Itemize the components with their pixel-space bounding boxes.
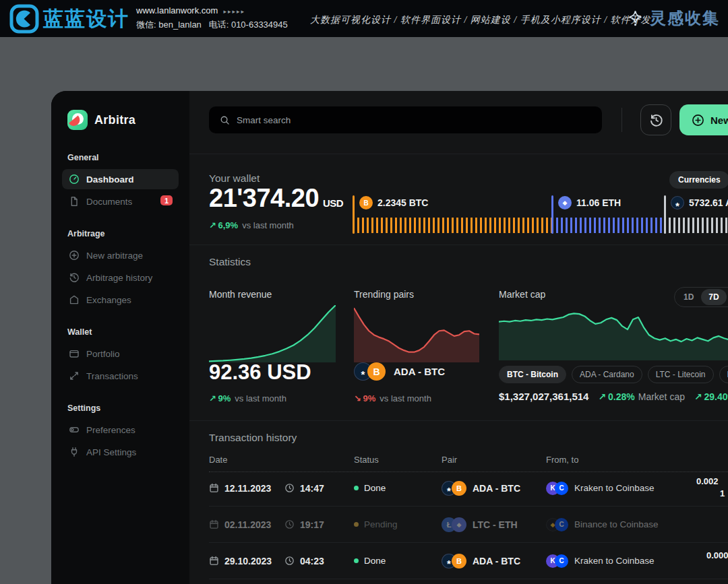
trending-pairs-chart: [354, 305, 479, 362]
sidebar-item-label: Transactions: [86, 371, 138, 381]
wallet-icon: [69, 348, 80, 359]
nav-section-label: Wallet: [67, 327, 179, 337]
table-row[interactable]: 02.11.202319:17PendingŁ◆LTC - ETH◆CBinan…: [209, 507, 728, 543]
clock-rotate-icon: [649, 113, 663, 127]
sidebar-item-api-settings[interactable]: API Settings: [62, 442, 179, 462]
sidebar-item-dashboard[interactable]: Dashboard: [62, 169, 179, 189]
status-badge: Done: [354, 556, 442, 566]
range-1d[interactable]: 1D: [676, 289, 701, 305]
arrows-icon: [69, 370, 80, 381]
tx-time: 04:23: [300, 556, 324, 566]
sidebar-item-new-arbitrage[interactable]: New arbitrage: [62, 245, 179, 265]
tx-pair: Ł◆LTC - ETH: [442, 517, 546, 532]
btc-coin-icon: B: [359, 196, 373, 209]
sidebar: Arbitra GeneralDashboardDocuments1Arbitr…: [51, 91, 189, 584]
search-bar[interactable]: [209, 106, 602, 133]
document-icon: [69, 196, 80, 207]
sidebar-item-portfolio[interactable]: Portfolio: [62, 344, 179, 364]
sidebar-item-label: API Settings: [86, 447, 136, 457]
tx-date: 29.10.2023: [224, 556, 272, 566]
new-arbitrage-button[interactable]: New arbitrage: [679, 104, 728, 135]
coinbase-coin-icon: C: [555, 554, 568, 568]
btc-coin-icon: B: [452, 554, 466, 569]
history-button[interactable]: [640, 104, 671, 135]
segment-marker: [664, 195, 666, 234]
pair-pill-ada[interactable]: ADA - Cardano: [572, 366, 642, 383]
tx-date: 12.11.2023: [224, 483, 271, 494]
tx-time: 14:47: [300, 483, 324, 494]
wallet-tab-currencies[interactable]: Currencies: [669, 171, 728, 189]
sidebar-item-label: Preferences: [86, 425, 135, 435]
segment-ticks: [669, 218, 728, 233]
market-cap-chart: [499, 305, 728, 360]
pair-coin-icons: *B: [354, 362, 386, 381]
sidebar-item-preferences[interactable]: Preferences: [62, 420, 179, 440]
sidebar-nav: GeneralDashboardDocuments1ArbitrageNew a…: [51, 153, 189, 462]
range-7d[interactable]: 7D: [701, 289, 726, 305]
calendar-icon: [209, 556, 219, 566]
sidebar-item-label: Portfolio: [86, 349, 120, 359]
pair-pill-btc[interactable]: BTC - Bitcoin: [499, 366, 566, 383]
bank-icon: [69, 294, 80, 305]
col-from-to: From, to: [546, 455, 728, 465]
market-cap-stats: $1,327,027,361,514 ↗ 0.28%Market cap ↗ 2…: [499, 391, 728, 402]
btc-coin-icon: B: [452, 481, 466, 496]
tx-pair: *BADA - BTC: [442, 554, 546, 569]
banner-collect: 灵感收集: [626, 7, 720, 29]
market-cap-change: ↗ 0.28%Market cap: [598, 391, 685, 402]
col-pair: Pair: [442, 455, 546, 465]
sidebar-item-exchanges[interactable]: Exchanges: [62, 290, 179, 310]
holding-segment-eth: ◆11.06 ETH: [551, 195, 664, 234]
clock-icon: [284, 519, 295, 529]
eth-coin-icon: ◆: [558, 196, 572, 209]
arrows-icon: ▸▸▸▸▸: [223, 8, 245, 15]
tx-pair: *BADA - BTC: [442, 481, 546, 496]
sidebar-item-arbitrage-history[interactable]: Arbitrage history: [62, 267, 179, 288]
status-dot-icon: [354, 558, 359, 563]
app-name: Arbitra: [94, 113, 135, 127]
status-badge: Done: [354, 483, 442, 493]
lanlan-logo-icon: [9, 4, 39, 34]
screen: 蓝蓝设计 www.lanlanwork.com▸▸▸▸▸ 微信: ben_lan…: [0, 0, 728, 584]
section-divider: [189, 420, 728, 421]
status-badge: Pending: [354, 519, 442, 529]
arbitra-window: Arbitra GeneralDashboardDocuments1Arbitr…: [51, 91, 728, 584]
arbitra-logo-icon: [67, 110, 88, 130]
month-revenue-label: Month revenue: [209, 289, 272, 300]
pair-pill-eth[interactable]: ETH - Ethereum: [719, 366, 728, 383]
month-revenue-delta: ↗ 9%vs last month: [209, 393, 286, 403]
section-divider: [189, 245, 728, 245]
pair-pill-ltc[interactable]: LTC - Litecoin: [648, 366, 714, 383]
nav-section-label: General: [67, 153, 179, 162]
sidebar-item-label: Exchanges: [86, 295, 131, 305]
topbar-divider: [621, 108, 622, 132]
holding-segment-ada: *5732.61 ADA: [664, 195, 728, 234]
table-row[interactable]: 29.10.202304:23Done*BADA - BTCKCKraken t…: [209, 543, 728, 579]
plus-circle-icon: [692, 114, 704, 127]
col-date: Date: [209, 455, 354, 465]
toggle-icon: [69, 424, 80, 435]
notification-badge: 1: [160, 195, 173, 205]
amount-cell: 0.002: [696, 476, 719, 486]
holding-segment-btc: B2.2345 BTC: [353, 195, 551, 234]
dashboard-icon: [69, 174, 80, 185]
sparkle-star-icon: [626, 9, 644, 28]
sidebar-item-label: Dashboard: [86, 174, 134, 185]
section-divider: [189, 154, 728, 154]
coinbase-coin-icon: C: [555, 482, 568, 495]
holding-amount: 2.2345 BTC: [377, 197, 428, 208]
eth-coin-icon: ◆: [452, 517, 466, 532]
search-input[interactable]: [237, 115, 591, 125]
table-body: 12.11.202314:47Done*BADA - BTCKCKraken t…: [209, 470, 728, 579]
table-row[interactable]: 12.11.202314:47Done*BADA - BTCKCKraken t…: [209, 470, 728, 507]
status-dot-icon: [354, 522, 359, 527]
sidebar-item-transactions[interactable]: Transactions: [62, 366, 179, 386]
banner-brand: 蓝蓝设计: [43, 5, 129, 33]
wallet-tabs: CurrenciesExchanges: [669, 171, 728, 189]
segment-marker: [353, 195, 355, 234]
wallet-delta: ↗ 6,9%vs last month: [209, 220, 294, 230]
main-content: New arbitrage Your wallet CurrenciesExch…: [189, 91, 728, 584]
sidebar-item-documents[interactable]: Documents1: [62, 191, 179, 212]
col-status: Status: [354, 455, 442, 465]
month-revenue-value: 92.36 USD: [209, 360, 311, 385]
